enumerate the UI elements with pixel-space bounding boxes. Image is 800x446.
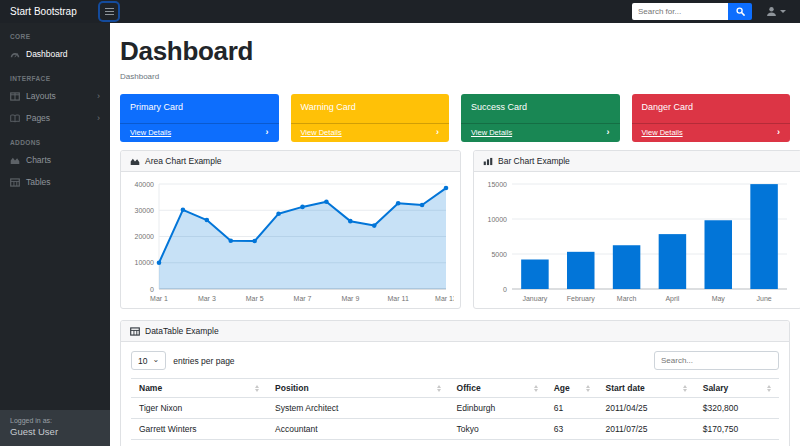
svg-text:Mar 11: Mar 11 bbox=[388, 295, 409, 302]
svg-text:May: May bbox=[712, 295, 726, 303]
sidebar-item-label: Layouts bbox=[26, 91, 56, 101]
svg-text:June: June bbox=[756, 295, 771, 302]
user-icon bbox=[766, 6, 777, 17]
sidebar-item-pages[interactable]: Pages› bbox=[0, 107, 110, 129]
tachometer-icon bbox=[10, 50, 20, 59]
charts-row: Area Chart Example 010000200003000040000… bbox=[120, 150, 790, 309]
svg-text:20000: 20000 bbox=[135, 233, 155, 240]
sort-icon bbox=[437, 385, 441, 392]
column-header-name[interactable]: Name bbox=[131, 379, 267, 398]
view-details-link[interactable]: View Details bbox=[471, 128, 512, 137]
table-cell: Ashton Cox bbox=[131, 440, 267, 446]
bar-chart: 050001000015000JanuaryFebruaryMarchApril… bbox=[480, 176, 795, 304]
column-label: Position bbox=[275, 383, 309, 393]
breadcrumb: Dashboard bbox=[120, 72, 790, 81]
sort-icon bbox=[534, 385, 538, 392]
view-details-link[interactable]: View Details bbox=[130, 128, 171, 137]
column-label: Salary bbox=[703, 383, 729, 393]
area-chart-card-header: Area Chart Example bbox=[121, 151, 460, 172]
column-label: Start date bbox=[606, 383, 645, 393]
sidebar-item-label: Tables bbox=[26, 177, 51, 187]
svg-text:0: 0 bbox=[503, 286, 507, 293]
table-cell: Tiger Nixon bbox=[131, 398, 267, 419]
table-cell: 66 bbox=[546, 440, 598, 446]
table-row: Tiger NixonSystem ArchitectEdinburgh6120… bbox=[131, 398, 779, 419]
entries-per-page-select[interactable]: 10 ⌄ bbox=[131, 351, 166, 370]
table-cell: Garrett Winters bbox=[131, 419, 267, 440]
column-header-office[interactable]: Office bbox=[449, 379, 546, 398]
main-content: Dashboard Dashboard Primary CardView Det… bbox=[110, 23, 800, 446]
table-search-input[interactable] bbox=[654, 351, 779, 370]
chart-column-icon bbox=[483, 157, 493, 166]
svg-text:Mar 13: Mar 13 bbox=[435, 295, 454, 302]
column-header-salary[interactable]: Salary bbox=[695, 379, 779, 398]
sidebar-item-dashboard[interactable]: Dashboard bbox=[0, 43, 110, 65]
topbar: Start Bootstrap bbox=[0, 0, 800, 23]
sidebar: COREDashboardINTERFACELayouts›Pages›ADDO… bbox=[0, 23, 110, 446]
sidebar-item-label: Charts bbox=[26, 155, 51, 165]
sidebar-item-tables[interactable]: Tables bbox=[0, 171, 110, 193]
topbar-search-form bbox=[632, 3, 752, 20]
hamburger-icon bbox=[105, 8, 114, 16]
search-input[interactable] bbox=[632, 3, 728, 20]
svg-text:15000: 15000 bbox=[488, 181, 508, 188]
table-cell: 61 bbox=[546, 398, 598, 419]
svg-text:Mar 7: Mar 7 bbox=[294, 295, 312, 302]
area-chart: 010000200003000040000Mar 1Mar 3Mar 5Mar … bbox=[127, 176, 454, 304]
table-cell: $170,750 bbox=[695, 419, 779, 440]
user-menu[interactable] bbox=[766, 6, 786, 17]
sort-icon bbox=[586, 385, 590, 392]
sidebar-toggle-button[interactable] bbox=[100, 3, 118, 20]
bar-chart-card-header: Bar Chart Example bbox=[474, 151, 800, 172]
datatable-body: 10 ⌄ entries per page NamePositionOffice… bbox=[121, 342, 789, 446]
sidebar-nav: COREDashboardINTERFACELayouts›Pages›ADDO… bbox=[0, 23, 110, 193]
sidebar-item-layouts[interactable]: Layouts› bbox=[0, 85, 110, 107]
caret-down-icon bbox=[780, 10, 786, 13]
chevron-down-icon: ⌄ bbox=[152, 355, 159, 364]
column-header-age[interactable]: Age bbox=[546, 379, 598, 398]
column-header-start-date[interactable]: Start date bbox=[598, 379, 695, 398]
sidebar-item-label: Pages bbox=[26, 113, 50, 123]
column-header-position[interactable]: Position bbox=[267, 379, 448, 398]
table-head: NamePositionOfficeAgeStart dateSalary bbox=[131, 379, 779, 398]
card-footer: View Details› bbox=[632, 123, 791, 142]
table-icon bbox=[130, 327, 140, 336]
sidebar-item-charts[interactable]: Charts bbox=[0, 149, 110, 171]
bar-chart-body: 050001000015000JanuaryFebruaryMarchApril… bbox=[474, 172, 800, 310]
sidebar-footer: Logged in as: Guest User bbox=[0, 410, 110, 446]
chevron-right-icon: › bbox=[436, 128, 439, 137]
bar-chart-card: Bar Chart Example 050001000015000January… bbox=[473, 150, 800, 309]
sort-icon bbox=[767, 385, 771, 392]
chevron-right-icon: › bbox=[777, 128, 780, 137]
brand-link[interactable]: Start Bootstrap bbox=[0, 6, 96, 17]
book-open-icon bbox=[10, 114, 20, 123]
search-button[interactable] bbox=[728, 3, 752, 20]
sidebar-section-heading: CORE bbox=[0, 23, 110, 43]
table-cell: 2009/01/12 bbox=[598, 440, 695, 446]
entries-control: 10 ⌄ entries per page bbox=[131, 351, 235, 370]
table-cell: 2011/04/25 bbox=[598, 398, 695, 419]
svg-text:February: February bbox=[567, 295, 596, 303]
table-row: Ashton CoxJunior Technical AuthorSan Fra… bbox=[131, 440, 779, 446]
primary-card: Primary CardView Details› bbox=[120, 94, 279, 142]
svg-text:January: January bbox=[522, 295, 547, 303]
area-chart-body: 010000200003000040000Mar 1Mar 3Mar 5Mar … bbox=[121, 172, 460, 310]
table-body-rows: Tiger NixonSystem ArchitectEdinburgh6120… bbox=[131, 398, 779, 446]
view-details-link[interactable]: View Details bbox=[301, 128, 342, 137]
chevron-right-icon: › bbox=[97, 92, 100, 101]
table-cell: Accountant bbox=[267, 419, 448, 440]
svg-text:0: 0 bbox=[150, 286, 154, 293]
svg-text:5000: 5000 bbox=[491, 251, 507, 258]
app-root: Start Bootstrap COREDashboardINTERFACEL bbox=[0, 0, 800, 446]
entries-per-page-value: 10 bbox=[138, 356, 147, 366]
table-cell: $320,800 bbox=[695, 398, 779, 419]
search-icon bbox=[736, 7, 745, 16]
table-icon bbox=[10, 178, 20, 187]
view-details-link[interactable]: View Details bbox=[642, 128, 683, 137]
chart-area-icon bbox=[10, 156, 20, 165]
table-cell: Tokyo bbox=[449, 419, 546, 440]
chevron-right-icon: › bbox=[266, 128, 269, 137]
sort-icon bbox=[683, 385, 687, 392]
table-cell: Edinburgh bbox=[449, 398, 546, 419]
svg-text:40000: 40000 bbox=[135, 181, 155, 188]
